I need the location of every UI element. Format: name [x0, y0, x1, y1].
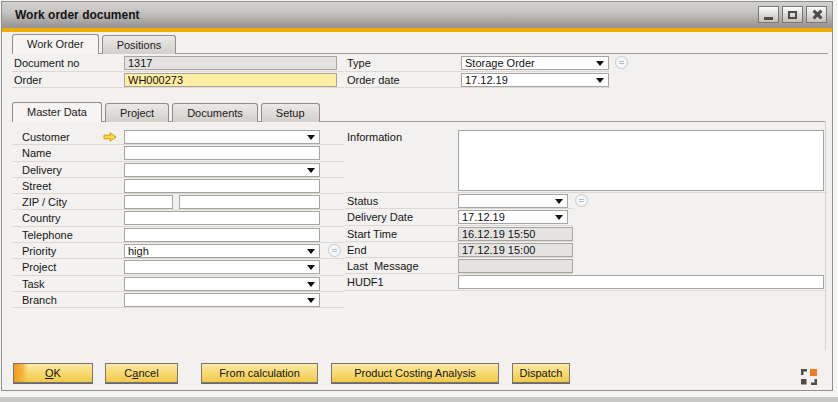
- tab-project[interactable]: Project: [105, 103, 169, 122]
- header-fields-left: Document no Order: [12, 55, 344, 88]
- type-value: Storage Order: [465, 57, 535, 69]
- task-label: Task: [22, 276, 45, 292]
- chevron-down-icon: [307, 298, 315, 303]
- hudf1-label: HUDF1: [347, 274, 384, 290]
- street-label: Street: [22, 178, 51, 194]
- tab-master-data[interactable]: Master Data: [12, 102, 102, 122]
- order-date-row: Order date 17.12.19: [345, 72, 635, 89]
- chevron-down-icon: [307, 265, 315, 270]
- customer-label: Customer: [22, 129, 70, 145]
- project-row: Project: [12, 259, 344, 275]
- delivery-date-combobox[interactable]: 17.12.19: [458, 210, 568, 224]
- desktop-strip: [0, 397, 838, 402]
- ok-button[interactable]: OK: [13, 363, 93, 383]
- link-arrow-icon[interactable]: [103, 132, 117, 142]
- tab-documents[interactable]: Documents: [172, 103, 258, 122]
- information-row: Information: [345, 129, 827, 193]
- delivery-label: Delivery: [22, 162, 62, 178]
- product-costing-analysis-button[interactable]: Product Costing Analysis: [331, 363, 499, 383]
- priority-combobox[interactable]: high: [124, 244, 320, 258]
- task-combobox[interactable]: [124, 277, 320, 291]
- priority-value: high: [128, 245, 149, 257]
- type-list-icon[interactable]: [615, 56, 628, 69]
- close-button[interactable]: [806, 6, 827, 23]
- street-row: Street: [12, 178, 344, 194]
- information-textarea[interactable]: [458, 130, 824, 191]
- window-title: Work order document: [2, 8, 139, 22]
- title-bar[interactable]: Work order document: [2, 2, 832, 28]
- master-data-right: Information Status Delivery Date 17.12.1…: [345, 129, 827, 291]
- city-input[interactable]: [179, 195, 320, 209]
- tab-setup[interactable]: Setup: [261, 103, 320, 122]
- document-no-label: Document no: [14, 55, 79, 71]
- name-input[interactable]: [124, 146, 320, 160]
- maximize-button[interactable]: [782, 6, 803, 23]
- country-input[interactable]: [124, 211, 320, 225]
- order-label: Order: [14, 72, 42, 88]
- chevron-down-icon: [307, 249, 315, 254]
- chevron-down-icon: [596, 78, 604, 83]
- type-row: Type Storage Order: [345, 55, 635, 72]
- close-icon: [811, 9, 822, 20]
- branch-combobox[interactable]: [124, 293, 320, 307]
- document-tabstrip: Work Order Positions: [12, 34, 179, 54]
- zip-city-label: ZIP / City: [22, 194, 67, 210]
- customer-combobox[interactable]: [124, 130, 320, 144]
- status-label: Status: [347, 193, 378, 209]
- master-data-left: Customer Name Delivery Street ZIP /: [12, 129, 344, 308]
- button-bar: OK Cancel From calculation Product Costi…: [2, 363, 832, 384]
- document-no-row: Document no: [12, 55, 344, 72]
- work-order-document-window: Work order document Work Order Positions…: [1, 1, 833, 391]
- dispatch-button[interactable]: Dispatch: [512, 363, 570, 383]
- end-label: End: [347, 242, 367, 258]
- chevron-down-icon: [307, 135, 315, 140]
- chevron-down-icon: [555, 199, 563, 204]
- form-resize-icon[interactable]: [801, 369, 817, 385]
- document-no-field: [124, 56, 337, 70]
- minimize-button[interactable]: [758, 6, 779, 23]
- order-date-value: 17.12.19: [465, 74, 508, 86]
- tab-positions[interactable]: Positions: [102, 35, 177, 54]
- end-row: End: [345, 242, 827, 258]
- status-list-icon[interactable]: [575, 194, 588, 207]
- country-row: Country: [12, 210, 344, 226]
- chevron-down-icon: [596, 61, 604, 66]
- information-label: Information: [347, 129, 402, 145]
- branch-label: Branch: [22, 292, 57, 308]
- order-date-combobox[interactable]: 17.12.19: [461, 73, 609, 87]
- telephone-input[interactable]: [124, 228, 320, 242]
- street-input[interactable]: [124, 179, 320, 193]
- from-calculation-button[interactable]: From calculation: [201, 363, 318, 383]
- delivery-row: Delivery: [12, 162, 344, 178]
- status-combobox[interactable]: [458, 194, 568, 208]
- priority-list-icon[interactable]: [328, 244, 341, 257]
- minimize-icon: [764, 17, 773, 20]
- delivery-combobox[interactable]: [124, 163, 320, 177]
- name-row: Name: [12, 145, 344, 161]
- start-time-row: Start Time: [345, 226, 827, 242]
- customer-row: Customer: [12, 129, 344, 145]
- priority-label: Priority: [22, 243, 56, 259]
- last-message-field: [458, 259, 573, 273]
- type-label: Type: [347, 55, 371, 71]
- cancel-button[interactable]: Cancel: [105, 363, 178, 383]
- hudf1-input[interactable]: [458, 275, 824, 289]
- zip-input[interactable]: [124, 195, 173, 209]
- type-combobox[interactable]: Storage Order: [461, 56, 609, 70]
- master-data-tabstrip: Master Data Project Documents Setup: [12, 102, 323, 122]
- project-label: Project: [22, 259, 56, 275]
- order-field[interactable]: [124, 73, 337, 87]
- chevron-down-icon: [307, 168, 315, 173]
- last-message-label: Last Message: [347, 258, 419, 274]
- project-combobox[interactable]: [124, 260, 320, 274]
- chevron-down-icon: [555, 215, 563, 220]
- delivery-date-value: 17.12.19: [462, 211, 505, 223]
- zip-city-row: ZIP / City: [12, 194, 344, 210]
- tab-work-order[interactable]: Work Order: [12, 34, 99, 54]
- delivery-date-label: Delivery Date: [347, 209, 413, 225]
- delivery-date-row: Delivery Date 17.12.19: [345, 209, 827, 225]
- telephone-label: Telephone: [22, 227, 73, 243]
- accent-bar: [2, 28, 832, 32]
- telephone-row: Telephone: [12, 227, 344, 243]
- end-field: [458, 243, 573, 257]
